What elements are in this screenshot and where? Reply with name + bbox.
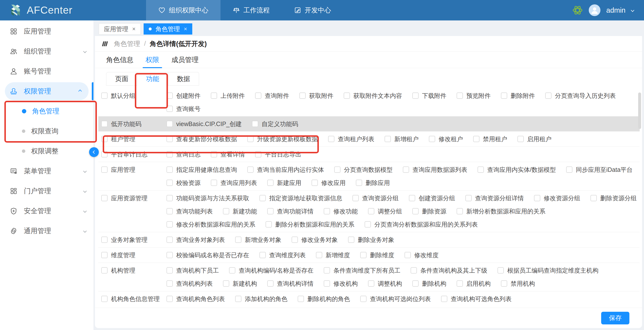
permission-checkbox[interactable]: 查询资源分组 — [352, 194, 399, 202]
checkbox[interactable] — [404, 252, 411, 258]
checkbox[interactable] — [590, 195, 597, 201]
checkbox[interactable] — [267, 280, 274, 287]
permission-checkbox[interactable]: 查询账号 — [166, 105, 200, 113]
checkbox[interactable] — [266, 221, 272, 228]
permission-checkbox[interactable]: 指定资源地址获取资源信息 — [260, 194, 342, 202]
checkbox[interactable] — [429, 136, 435, 142]
checkbox[interactable] — [498, 267, 504, 274]
checkbox[interactable] — [166, 296, 173, 302]
checkbox[interactable] — [292, 236, 298, 243]
checkbox[interactable] — [299, 92, 306, 99]
permission-checkbox[interactable]: 查询资源分组详情 — [465, 194, 524, 202]
scrollbar-thumb[interactable] — [638, 92, 641, 129]
save-button[interactable]: 保存 — [601, 312, 630, 324]
workspace-tab-role-management[interactable]: 角色管理× — [144, 23, 192, 34]
checkbox[interactable] — [360, 296, 366, 302]
checkbox[interactable] — [211, 92, 217, 99]
permission-checkbox[interactable]: 查询机构详情 — [267, 280, 314, 288]
checkbox[interactable] — [166, 221, 173, 228]
permission-checkbox[interactable]: 查询应用数据源列表 — [403, 166, 467, 174]
checkbox[interactable] — [101, 195, 108, 201]
sidebar-item-app-management[interactable]: 应用管理 — [0, 22, 94, 40]
checkbox[interactable] — [410, 267, 417, 274]
group-checkbox[interactable]: 默认分组 — [101, 92, 135, 100]
group-checkbox[interactable]: 平台审计日志 — [101, 150, 148, 158]
checkbox[interactable] — [456, 280, 463, 287]
permission-checkbox[interactable]: 升级资源更新模板数据 — [247, 135, 318, 143]
checkbox[interactable] — [101, 151, 108, 158]
permission-checkbox[interactable]: 修改维度 — [404, 251, 438, 259]
checkbox[interactable] — [166, 106, 173, 112]
checkbox[interactable] — [384, 136, 391, 142]
permission-checkbox[interactable]: 修改分析数据源和应用的关系 — [166, 220, 255, 228]
permission-checkbox[interactable]: 查询机构编码/名称是否存在 — [229, 266, 314, 274]
tab-role-info[interactable]: 角色信息 — [106, 52, 134, 68]
permission-checkbox[interactable]: 查看更新部分模板数据 — [166, 135, 237, 143]
sidebar-item-permission-query[interactable]: 权限查询 — [0, 122, 94, 140]
checkbox[interactable] — [101, 296, 108, 302]
permission-checkbox[interactable]: 根据员工编码查询指定维度主机构 — [498, 266, 598, 274]
checkbox[interactable] — [518, 136, 524, 142]
checkbox[interactable] — [403, 166, 409, 173]
checkbox[interactable] — [166, 195, 173, 201]
nav-workflow[interactable]: 工作流程 — [220, 0, 282, 20]
tab-permission[interactable]: 权限 — [146, 52, 159, 68]
perm-tab-function[interactable]: 功能 — [137, 72, 168, 86]
checkbox[interactable] — [324, 280, 330, 287]
permission-checkbox[interactable]: 添加机构的角色 — [235, 295, 288, 303]
checkbox[interactable] — [223, 280, 229, 287]
group-checkbox[interactable]: 应用管理 — [101, 166, 135, 174]
checkbox[interactable] — [166, 236, 173, 243]
checkbox[interactable] — [166, 136, 173, 142]
checkbox[interactable] — [368, 280, 374, 287]
close-icon[interactable]: × — [132, 26, 136, 32]
checkbox[interactable] — [324, 208, 330, 214]
permission-checkbox[interactable]: 新增分析数据源和应用的关系 — [456, 207, 546, 216]
sidebar-item-permission-adjust[interactable]: 权限调整 — [0, 142, 94, 160]
checkbox[interactable] — [534, 195, 540, 201]
perm-tab-data[interactable]: 数据 — [168, 72, 199, 86]
checkbox[interactable] — [235, 236, 242, 243]
permission-checkbox[interactable]: 禁用租户 — [473, 135, 507, 143]
permission-checkbox[interactable]: 禁用机构 — [501, 280, 535, 288]
checkbox[interactable] — [166, 267, 173, 274]
checkbox[interactable] — [166, 166, 173, 173]
checkbox[interactable] — [101, 121, 108, 127]
checkbox[interactable] — [368, 208, 374, 214]
permission-checkbox[interactable]: 自定义功能码 — [252, 120, 298, 128]
permission-checkbox[interactable]: 修改功能 — [324, 207, 358, 216]
permission-checkbox[interactable]: 下载附件 — [412, 92, 446, 100]
permission-checkbox[interactable]: 删除维度 — [360, 251, 394, 259]
permission-checkbox[interactable]: 上传附件 — [211, 92, 245, 100]
permission-checkbox[interactable]: 校验资源 — [166, 179, 200, 187]
checkbox[interactable] — [101, 136, 108, 142]
checkbox[interactable] — [412, 280, 418, 287]
permission-checkbox[interactable]: 条件查询维度下所有员工 — [324, 266, 400, 274]
permission-checkbox[interactable]: 查询应用列表 — [211, 179, 257, 187]
checkbox[interactable] — [166, 252, 173, 258]
checkbox[interactable] — [465, 195, 472, 201]
permission-checkbox[interactable]: 创建资源分组 — [409, 194, 455, 202]
permission-checkbox[interactable]: 获取附件文本内容 — [344, 92, 402, 100]
checkbox[interactable] — [166, 208, 173, 214]
permission-checkbox[interactable]: 分页查询分析数据源和应用的关系列表 — [364, 220, 478, 228]
checkbox[interactable] — [101, 252, 108, 258]
checkbox[interactable] — [473, 136, 480, 142]
checkbox[interactable] — [255, 92, 262, 99]
permission-checkbox[interactable]: 删除资源分组 — [590, 194, 637, 202]
permission-checkbox[interactable]: 指定应用健康信息查询 — [166, 166, 237, 174]
checkbox[interactable] — [312, 180, 318, 186]
permission-checkbox[interactable]: 查询业务对象列表 — [166, 236, 225, 244]
permission-checkbox[interactable]: 删除资源 — [412, 207, 446, 216]
permission-checkbox[interactable]: 新建功能 — [223, 207, 257, 216]
checkbox[interactable] — [252, 121, 258, 127]
checkbox[interactable] — [166, 280, 173, 287]
workspace-tab-app-management[interactable]: 应用管理× — [99, 23, 141, 34]
sidebar-item-role-management[interactable]: 角色管理 — [0, 102, 94, 120]
checkbox[interactable] — [298, 296, 304, 302]
checkbox[interactable] — [409, 195, 415, 201]
permission-checkbox[interactable]: 平台日志导出 — [255, 150, 301, 158]
permission-checkbox[interactable]: 校验编码或名称是否已存在 — [166, 251, 249, 259]
checkbox[interactable] — [267, 208, 274, 214]
permission-checkbox[interactable]: 查询机构可选岗位列表 — [360, 295, 431, 303]
